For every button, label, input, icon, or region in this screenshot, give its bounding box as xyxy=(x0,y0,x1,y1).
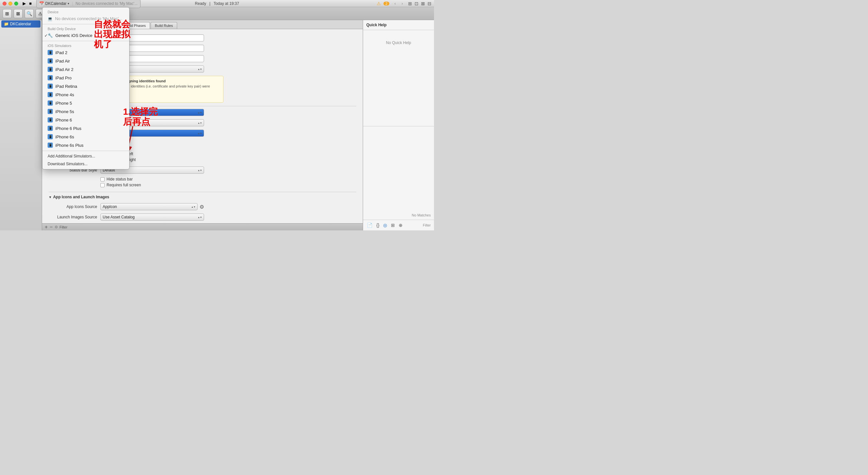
app-icons-source-label: App Icons Source xyxy=(49,204,100,209)
tab-build-rules[interactable]: Build Rules xyxy=(151,22,177,29)
menu-sep-2 xyxy=(42,41,129,41)
scheme-name: DKCalendar xyxy=(45,1,66,6)
ipad-icon-3: 📱 xyxy=(48,75,53,80)
remove-button[interactable]: − xyxy=(50,224,53,230)
menu-item-ipad-air[interactable]: 📱 iPad Air xyxy=(42,57,129,65)
app-icons-section-header: ▼ App Icons and Launch Images xyxy=(49,192,356,201)
scheme-selector[interactable]: 📅 DKCalendar ▾ | No devices connected to… xyxy=(36,0,141,8)
menu-section-simulators: iOS Simulators xyxy=(42,42,129,48)
device-selector[interactable]: No devices connected to 'My Mac'... xyxy=(75,1,137,6)
chevron-icon: ▾ xyxy=(68,2,69,5)
right-panel-bottom-icons: 📄 {} ◎ ⊞ ⊕ Filter xyxy=(363,220,434,230)
code-icon[interactable]: {} xyxy=(376,222,380,229)
play-button[interactable]: ▶ xyxy=(23,1,26,6)
wrench-icon: 🔧 xyxy=(48,33,53,38)
iphone-icon-3: 📱 xyxy=(48,117,53,122)
project-icon: 📁 xyxy=(4,22,9,26)
requires-full-screen-label: Requires full screen xyxy=(106,183,141,187)
menu-item-ipad2[interactable]: 📱 iPad 2 xyxy=(42,48,129,57)
build-only-label: Build Only Device xyxy=(42,26,129,31)
hide-status-bar-value: Hide status bar Requires full screen xyxy=(100,177,204,188)
filter-label: Filter xyxy=(60,225,67,229)
ipad-icon-4: 📱 xyxy=(48,84,53,89)
menu-item-iphone-6s-plus[interactable]: 📱 iPhone 6s Plus xyxy=(42,141,129,149)
nav-arrows: ‹ › xyxy=(392,0,405,7)
layout-icon[interactable]: ⊞ xyxy=(390,222,396,229)
issues-button[interactable]: ⊠ xyxy=(13,9,23,18)
panel-toggle-4[interactable]: ⊟ xyxy=(428,1,431,6)
right-panel: Quick Help No Quick Help No Matches 📄 {}… xyxy=(363,20,434,230)
menu-item-ipad-retina[interactable]: 📱 iPad Retina xyxy=(42,82,129,90)
iphone-icon-2: 📱 xyxy=(48,109,53,114)
menu-item-iphone-5[interactable]: 📱 iPhone 5 xyxy=(42,99,129,107)
launch-images-wrapper: Use Asset Catalog xyxy=(100,213,204,221)
menu-sep-3 xyxy=(42,151,129,151)
dropdown-menu: Device 💻 No devices connected to 'My Mac… xyxy=(42,7,129,170)
requires-full-screen-row: Requires full screen xyxy=(100,183,204,187)
menu-item-iphone-6s[interactable]: 📱 iPhone 6s xyxy=(42,132,129,141)
minimize-button[interactable] xyxy=(8,2,12,5)
app-icons-source-value: AppIcon ⚙ xyxy=(100,203,204,210)
nav-back-button[interactable]: ‹ xyxy=(392,0,398,7)
target-icon[interactable]: ◎ xyxy=(382,222,388,229)
menu-item-iphone-6-plus[interactable]: 📱 iPhone 6 Plus xyxy=(42,124,129,132)
menu-item-ipad-air2[interactable]: 📱 iPad Air 2 xyxy=(42,65,129,73)
panel-toggle-3[interactable]: ⊠ xyxy=(421,1,425,6)
filter-icon-right: Filter xyxy=(423,223,431,227)
hide-status-cb-row: Hide status bar xyxy=(100,177,204,181)
panel-toggle-1[interactable]: ⊞ xyxy=(408,1,412,6)
ipad-icon-1: 📱 xyxy=(48,58,53,63)
menu-item-iphone-5s[interactable]: 📱 iPhone 5s xyxy=(42,107,129,116)
iphone-icon-1: 📱 xyxy=(48,100,53,106)
menu-item-generic-ios[interactable]: 🔧 Generic iOS Device xyxy=(42,31,129,39)
launch-images-row: Launch Images Source Use Asset Catalog xyxy=(49,213,356,221)
sidebar-item-label: DKCalendar xyxy=(10,22,31,26)
add-button[interactable]: + xyxy=(45,224,48,230)
launch-images-value: Use Asset Catalog xyxy=(100,213,204,221)
sidebar-item-dkcalendar[interactable]: 📁 DKCalendar xyxy=(1,21,40,28)
menu-item-download-simulators[interactable]: Download Simulators... xyxy=(42,160,129,168)
app-icons-settings-icon[interactable]: ⚙ xyxy=(199,204,204,210)
ipad-icon-2: 📱 xyxy=(48,67,53,72)
hide-status-bar-row: Hide status bar Requires full screen xyxy=(49,177,356,188)
menu-item-iphone-4s[interactable]: 📱 iPhone 4s xyxy=(42,90,129,99)
iphone-icon-0: 📱 xyxy=(48,92,53,97)
close-button[interactable] xyxy=(3,2,6,5)
launch-images-label: Launch Images Source xyxy=(49,215,100,219)
titlebar-status: Ready | Today at 19:37 xyxy=(195,1,239,6)
iphone-icon-4: 📱 xyxy=(48,126,53,131)
app-icons-source-row: App Icons Source AppIcon ⚙ xyxy=(49,203,356,210)
app-icons-select[interactable]: AppIcon xyxy=(100,203,197,210)
no-quick-help-text: No Quick Help xyxy=(366,40,431,45)
menu-section-device: Device xyxy=(42,9,129,14)
requires-full-screen-checkbox[interactable] xyxy=(100,183,104,187)
menu-item-no-devices: 💻 No devices connected to 'My Mac'... xyxy=(42,14,129,23)
hide-status-bar-label: Hide status bar xyxy=(106,177,133,181)
app-icon: 📅 xyxy=(39,1,44,6)
titlebar: ▶ ■ 📅 DKCalendar ▾ | No devices connecte… xyxy=(0,0,434,7)
file-icon[interactable]: 📄 xyxy=(366,222,373,229)
app-icons-wrapper: AppIcon xyxy=(100,203,197,210)
sidebar: 📁 DKCalendar xyxy=(0,20,42,230)
stop-button[interactable]: ■ xyxy=(29,1,32,6)
menu-item-add-simulators[interactable]: Add Additional Simulators... xyxy=(42,152,129,160)
fullscreen-button[interactable] xyxy=(14,2,18,5)
section-toggle-icon[interactable]: ▼ xyxy=(49,196,52,199)
hide-status-bar-checkbox[interactable] xyxy=(100,177,104,181)
iphone-icon-6: 📱 xyxy=(48,143,53,148)
launch-images-select[interactable]: Use Asset Catalog xyxy=(100,213,204,221)
ipad-icon-0: 📱 xyxy=(48,50,53,55)
iphone-icon-5: 📱 xyxy=(48,134,53,139)
nav-forward-button[interactable]: › xyxy=(399,0,405,7)
filter-icon: ⊙ xyxy=(55,225,58,229)
warning-icon: ⚠ xyxy=(377,1,381,6)
menu-sep-1 xyxy=(42,24,129,24)
menu-item-iphone-6[interactable]: 📱 iPhone 6 xyxy=(42,116,129,124)
add-file-button[interactable]: ⊞ xyxy=(3,9,12,18)
search-button[interactable]: 🔍 xyxy=(25,9,34,18)
right-panel-header: Quick Help xyxy=(363,20,434,30)
panel-toggle-2[interactable]: ⊡ xyxy=(414,1,418,6)
menu-item-ipad-pro[interactable]: 📱 iPad Pro xyxy=(42,73,129,82)
computer-icon: 💻 xyxy=(48,17,53,21)
add-icon[interactable]: ⊕ xyxy=(398,222,403,229)
